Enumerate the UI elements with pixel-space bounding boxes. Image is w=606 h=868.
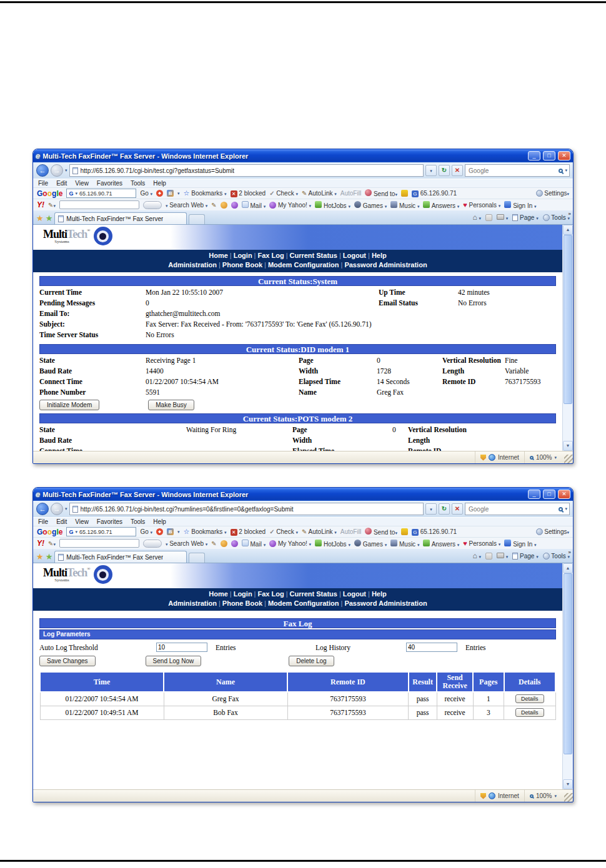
google-autolink-button[interactable]: ✎ AutoLink ▾ [302,190,337,197]
menu-view[interactable]: View [75,180,89,187]
yahoo-answers-button[interactable]: Answers ▾ [423,540,459,548]
nav-login[interactable]: Login [234,590,252,598]
google-sendto-button[interactable]: Send to▾ [365,189,397,197]
vertical-scrollbar[interactable]: ▲ ▼ [562,563,573,789]
address-input[interactable]: http://65.126.90.71/cgi-bin/test.cgi?num… [69,503,424,515]
google-popup-blocker[interactable]: ✕ 2 blocked [231,528,266,536]
history-dropdown-icon[interactable]: ▾ [65,506,67,511]
yahoo-bookmark-icon[interactable] [221,540,227,547]
search-dropdown-icon[interactable]: ▾ [565,506,567,511]
home-button[interactable]: ⌂ ▾ [472,213,481,222]
nav-logout[interactable]: Logout [343,252,366,259]
search-input[interactable] [467,167,557,175]
menu-help[interactable]: Help [153,518,166,525]
details-button[interactable]: Details [515,708,544,717]
search-icon[interactable] [559,169,563,173]
favorites-center-icon[interactable]: ★ [36,213,44,224]
google-go-button[interactable]: Go ▾ [140,190,152,197]
google-more-dropdown-icon[interactable]: ▾ [177,191,180,196]
zoom-dropdown-icon[interactable]: ▾ [554,794,557,799]
new-tab-stub[interactable] [189,553,205,563]
toolbar-overflow-chevron[interactable]: » [569,211,571,217]
yahoo-search-button[interactable] [143,201,162,209]
yahoo-answers-button[interactable]: Answers ▾ [423,201,459,209]
yahoo-ball-icon[interactable] [231,540,238,547]
yahoo-my-yahoo-button[interactable]: My Yahoo! ▾ [269,540,311,547]
make-busy-button[interactable]: Make Busy [148,400,194,410]
yahoo-search-input[interactable] [59,200,139,209]
history-dropdown-icon[interactable]: ▾ [65,168,67,173]
scrollbar-track[interactable] [563,235,573,441]
yahoo-games-button[interactable]: Games ▾ [354,540,387,548]
google-highlighter-icon[interactable] [401,190,408,197]
yahoo-hotjobs-button[interactable]: HotJobs ▾ [315,540,350,548]
close-button[interactable]: ✕ [558,151,570,160]
menu-file[interactable]: File [38,518,48,525]
search-icon[interactable] [559,507,563,511]
add-favorite-icon[interactable]: ★ [46,213,53,224]
log-history-input[interactable] [406,643,457,652]
maximize-button[interactable]: □ [543,151,555,160]
yahoo-music-button[interactable]: Music ▾ [390,201,419,209]
yahoo-search-web-button[interactable]: ▾ Search Web ▾ [166,202,207,209]
google-pagerank-icon[interactable] [156,190,163,197]
google-more-dropdown-icon[interactable]: ▾ [177,530,180,535]
yahoo-pen-icon[interactable]: ✎ [211,540,216,547]
google-adsense-icon[interactable]: B [167,190,174,197]
scroll-down-icon[interactable]: ▼ [563,441,573,451]
nav-phone-book[interactable]: Phone Book [222,261,262,269]
nav-help[interactable]: Help [372,252,387,259]
print-button[interactable]: ▾ [497,214,508,221]
google-settings-button[interactable]: Settings▾ [536,190,569,197]
add-favorite-icon[interactable]: ★ [46,551,53,563]
refresh-button[interactable]: ↻ [439,165,450,176]
google-search-combo[interactable]: G▾65.126.90.71 [66,527,136,536]
yahoo-sign-in-button[interactable]: Sign In ▾ [504,201,536,209]
nav-login[interactable]: Login [234,252,252,259]
yahoo-my-yahoo-button[interactable]: My Yahoo! ▾ [269,202,311,209]
nav-password-administration[interactable]: Password Administration [344,599,427,607]
send-log-now-button[interactable]: Send Log Now [146,656,202,666]
search-box[interactable]: ▾ [465,164,570,177]
back-button[interactable]: ← [36,503,49,515]
forward-button[interactable]: → [51,164,63,177]
auto-log-threshold-input[interactable] [156,643,207,652]
nav-current-status[interactable]: Current Status [290,252,337,259]
menu-help[interactable]: Help [153,180,166,187]
search-dropdown-icon[interactable]: ▾ [565,168,567,173]
google-highlighter-icon[interactable] [401,528,408,535]
address-input[interactable]: http://65.126.90.71/cgi-bin/test.cgi?get… [69,164,424,177]
tab-faxfinder[interactable]: Multi-Tech FaxFinder™ Fax Server [54,212,187,224]
nav-help[interactable]: Help [372,590,387,598]
nav-password-administration[interactable]: Password Administration [344,261,427,269]
nav-fax-log[interactable]: Fax Log [257,590,284,598]
yahoo-mail-button[interactable]: Mail ▾ [242,201,266,209]
back-button[interactable]: ← [36,164,49,177]
scroll-down-icon[interactable]: ▼ [563,779,573,789]
details-button[interactable]: Details [515,694,544,703]
initialize-modem-button[interactable]: Initialize Modem [39,400,99,410]
yahoo-mail-button[interactable]: Mail ▾ [242,540,266,548]
menu-edit[interactable]: Edit [56,180,67,187]
nav-home[interactable]: Home [209,252,228,259]
resize-grip[interactable] [564,455,573,463]
google-autolink-button[interactable]: ✎ AutoLink ▾ [302,528,337,535]
refresh-button[interactable]: ↻ [439,503,450,515]
yahoo-hotjobs-button[interactable]: HotJobs ▾ [315,201,350,209]
google-search-combo[interactable]: G▾65.126.90.71 [66,189,136,198]
menu-tools[interactable]: Tools [131,180,145,187]
delete-log-button[interactable]: Delete Log [289,656,334,666]
yahoo-sign-in-button[interactable]: Sign In ▾ [504,540,536,548]
address-dropdown-button[interactable]: ▾ [425,165,437,176]
minimize-button[interactable]: _ [528,151,540,160]
google-popup-blocker[interactable]: ✕ 2 blocked [231,190,266,197]
yahoo-ball-icon[interactable] [231,202,238,209]
menu-view[interactable]: View [75,518,89,525]
yahoo-search-input[interactable] [59,539,139,548]
maximize-button[interactable]: □ [543,490,555,499]
favorites-center-icon[interactable]: ★ [36,551,44,563]
menu-favorites[interactable]: Favorites [97,518,122,525]
title-bar[interactable]: e Multi-Tech FaxFinder™ Fax Server - Win… [33,488,573,501]
vertical-scrollbar[interactable]: ▲ ▼ [562,225,573,451]
yahoo-games-button[interactable]: Games ▾ [354,201,387,209]
